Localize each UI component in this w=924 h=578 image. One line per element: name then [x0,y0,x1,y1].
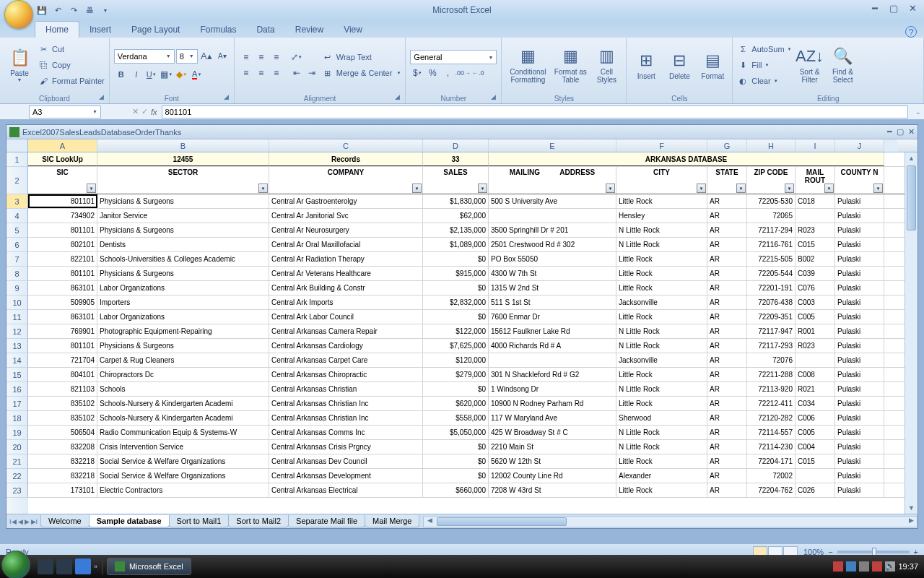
cell[interactable]: 72117-947 [747,324,796,338]
cell[interactable]: $7,625,000 [423,339,489,353]
cell[interactable]: $2,135,000 [423,223,489,237]
cell[interactable]: Dentists [97,238,269,251]
cell[interactable]: Chiropractors Dc [97,368,269,381]
merge-center-button[interactable]: ⊞Merge & Center▼ [322,66,401,80]
cell[interactable]: Central Arkansas Chiropractic [269,368,423,381]
tray-clock[interactable]: 19:37 [898,562,918,571]
sheet-tab[interactable]: Sample database [89,515,170,527]
col-header[interactable]: I [796,139,835,152]
row-header[interactable]: 7 [6,252,28,267]
cell[interactable]: $1,830,000 [423,194,489,208]
cell[interactable]: Pulaski [835,397,884,410]
cell[interactable]: Social Service & Welfare Organizations [97,469,269,483]
cell[interactable]: Little Rock [616,194,707,208]
cell[interactable]: Pulaski [835,223,884,237]
cell[interactable]: N Little Rock [616,426,707,439]
cell[interactable]: Central Ar Janitorial Svc [269,209,423,223]
tab-insert[interactable]: Insert [79,22,121,38]
cell[interactable]: C018 [796,194,835,208]
paste-button[interactable]: 📋 Paste ▼ [4,39,35,91]
align-left-button[interactable]: ≡ [239,66,253,80]
cell[interactable]: 72117-294 [747,223,796,237]
conditional-formatting-button[interactable]: ▦Conditional Formatting [506,39,549,91]
filter-dropdown-icon[interactable]: ▼ [87,184,96,193]
cell[interactable]: Records [269,152,423,166]
cell[interactable]: Pulaski [835,426,884,439]
sheet-next-icon[interactable]: ▶ [25,518,30,525]
cell[interactable]: 72201-191 [747,281,796,295]
tab-view[interactable]: View [334,22,372,38]
col-header[interactable]: C [269,139,423,152]
cell[interactable]: Little Rock [616,368,707,381]
ie-icon[interactable] [75,558,91,574]
scroll-left-icon[interactable]: ◀ [424,517,435,527]
cell[interactable]: $62,000 [423,209,489,223]
cell[interactable]: C026 [796,483,835,497]
cell[interactable]: Central Arkansas Christian Inc [269,397,423,410]
cell[interactable]: 7208 W 43rd St [489,483,616,497]
cell[interactable]: 72212-411 [747,397,796,410]
currency-button[interactable]: $▼ [410,66,424,80]
cell[interactable]: Central Ar Radiation Therapy [269,252,423,266]
row-header[interactable]: 20 [6,440,28,454]
comma-button[interactable]: , [440,66,455,80]
cell[interactable]: Pulaski [835,454,884,468]
align-right-button[interactable]: ≡ [269,66,284,80]
column-filter-header[interactable]: SIC▼ [28,167,97,194]
cell[interactable]: Little Rock [616,281,707,295]
cell[interactable]: $279,000 [423,368,489,381]
cell[interactable] [489,209,616,223]
cell[interactable]: 72116-761 [747,238,796,251]
cell[interactable]: AR [707,353,747,367]
cell[interactable]: C015 [796,454,835,468]
row-header[interactable]: 16 [6,382,28,397]
cell[interactable]: 7600 Enmar Dr [489,310,616,324]
cell[interactable]: Sherwood [616,411,707,425]
redo-icon[interactable]: ↷ [68,4,79,16]
row-header[interactable]: 23 [6,483,28,498]
cell[interactable] [796,353,835,367]
row-header[interactable]: 5 [6,223,28,238]
cell[interactable]: $915,000 [423,267,489,280]
column-filter-header[interactable]: COUNTY N▼ [835,167,884,194]
cell[interactable]: AR [707,324,747,338]
cell[interactable]: C076 [796,281,835,295]
cut-button[interactable]: ✂Cut [38,42,105,56]
cell[interactable]: Labor Organizations [97,281,269,295]
cell[interactable]: Pulaski [835,281,884,295]
align-center-button[interactable]: ≡ [254,66,269,80]
cell[interactable]: AR [707,209,747,223]
cell[interactable]: 33 [423,152,489,166]
column-filter-header[interactable]: SECTOR▼ [97,167,269,194]
cell[interactable]: AR [707,411,747,425]
taskbar-app-excel[interactable]: Microsoft Excel [107,558,191,575]
clipboard-launcher-icon[interactable]: ◢ [99,93,108,102]
cell[interactable]: Labor Organizations [97,310,269,324]
row-header[interactable]: 18 [6,411,28,426]
hscroll-thumb[interactable] [437,517,567,526]
cell[interactable]: 3500 Springhill Dr # 201 [489,223,616,237]
cell[interactable]: C005 [796,310,835,324]
sheet-tab[interactable]: Mail Merge [365,515,419,527]
close-button[interactable]: ✕ [905,3,920,13]
cell[interactable]: 1315 W 2nd St [489,281,616,295]
number-format-combo[interactable]: General▼ [410,50,497,64]
font-color-button[interactable]: A▼ [190,67,204,82]
cell[interactable]: R021 [796,382,835,396]
cell[interactable]: 801101 [28,339,97,353]
switch-windows-icon[interactable] [56,558,72,574]
cell[interactable]: 10900 N Rodney Parham Rd [489,397,616,410]
cell[interactable]: AR [707,238,747,251]
filter-dropdown-icon[interactable]: ▼ [736,184,746,193]
cell[interactable]: Electric Contractors [97,483,269,497]
cell[interactable]: Schools-Universities & Colleges Academic [97,252,269,266]
cell[interactable]: C034 [796,397,835,410]
cell[interactable]: $660,000 [423,483,489,497]
grow-font-button[interactable]: A▴ [199,49,214,64]
row-header[interactable]: 13 [6,339,28,353]
cell[interactable]: $558,000 [423,411,489,425]
italic-button[interactable]: I [129,67,144,82]
row-header[interactable]: 2 [6,167,28,194]
wrap-text-button[interactable]: ↩Wrap Text [322,50,401,64]
cell[interactable]: AR [707,339,747,353]
